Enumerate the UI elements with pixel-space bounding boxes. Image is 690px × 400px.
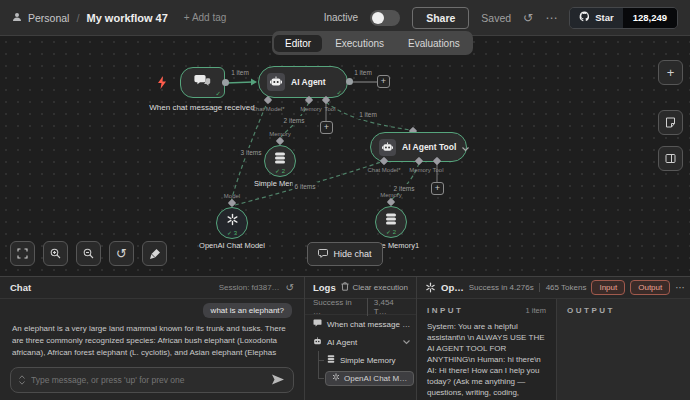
node-when-chat-message-received[interactable]: ✓: [180, 67, 225, 98]
zoom-in-button[interactable]: [43, 241, 68, 266]
assistant-message: An elephant is a very large land mammal …: [12, 323, 294, 358]
prev-next-message-arrows[interactable]: [19, 375, 25, 385]
memory-port-diamond[interactable]: [387, 198, 395, 206]
person-icon: [12, 12, 22, 24]
tab-executions[interactable]: Executions: [324, 35, 395, 52]
send-icon[interactable]: [271, 371, 285, 389]
run-count-badge: ✓ 2: [376, 229, 406, 236]
top-bar-actions: Inactive Share Saved ↺ ⋯ Star 128,249: [324, 7, 678, 29]
port-label: Memory: [300, 105, 322, 113]
tidy-up-button[interactable]: [142, 241, 167, 266]
add-node-endpoint[interactable]: +: [377, 75, 390, 88]
add-node-button[interactable]: +: [658, 60, 683, 85]
star-label: Star: [595, 12, 613, 23]
tab-editor[interactable]: Editor: [274, 35, 322, 52]
toggle-knob: [372, 12, 384, 24]
log-row-simple-memory[interactable]: Simple Memory: [305, 351, 416, 369]
node-success-check: ✓: [337, 89, 342, 96]
logs-header: Logs Clear execution: [305, 277, 416, 299]
chat-bubble-icon: [313, 319, 322, 329]
more-menu-icon[interactable]: ⋯: [675, 282, 685, 294]
trigger-bolt-icon: [157, 75, 167, 93]
database-icon: [385, 211, 397, 229]
chevron-down-icon: [462, 138, 469, 156]
model-port-diamond[interactable]: [228, 199, 236, 207]
edge-label: 2 items: [282, 116, 307, 125]
agent-output-port[interactable]: [346, 78, 353, 85]
robot-tool-icon: [379, 139, 396, 156]
node-success-check: ✓: [216, 90, 221, 97]
node-details-panel: Op… Success in 4.276s 465 Tokens Input O…: [417, 277, 690, 400]
openai-icon: [332, 373, 340, 383]
logs-status: Success in …: [313, 298, 361, 316]
selected-log-row: OpenAI Chat M…: [325, 371, 414, 386]
port-label: Chat Model*: [367, 166, 400, 174]
output-column[interactable]: OUTPUT: [557, 299, 690, 400]
openai-icon: [226, 212, 239, 230]
chat-panel: Chat Session: fd387… ↺ what is an elepha…: [0, 277, 305, 400]
clear-execution-button[interactable]: Clear execution: [341, 282, 408, 293]
input-content: System: You are a helpful assistant\n \n…: [427, 321, 546, 400]
node-name: AI Agent: [291, 77, 326, 87]
output-filter-button[interactable]: Output: [630, 280, 670, 295]
project-name: Personal: [28, 12, 69, 24]
port-label: Memory: [409, 166, 431, 174]
chevron-down-icon[interactable]: [403, 338, 410, 347]
input-header: INPUT: [427, 306, 464, 315]
port-label: Model: [224, 192, 240, 200]
github-star-widget[interactable]: Star 128,249: [569, 7, 678, 29]
add-tool-endpoint[interactable]: +: [431, 182, 444, 195]
robot-icon: [267, 73, 285, 91]
active-toggle[interactable]: [370, 10, 400, 26]
workflow-canvas[interactable]: ✓ When chat message received 1 item AI A…: [0, 36, 690, 276]
node-openai-chat-model[interactable]: ✓ 3: [216, 207, 248, 239]
robot-icon: [313, 337, 322, 348]
details-header: Op… Success in 4.276s 465 Tokens Input O…: [417, 277, 690, 299]
node-ai-agent[interactable]: AI Agent ✓: [258, 66, 348, 98]
github-icon: [579, 11, 590, 24]
edge-label: 6 items: [293, 182, 318, 191]
port-label: Chat Model*: [251, 105, 284, 113]
port-label: Tool: [324, 105, 335, 113]
toggle-panel-button[interactable]: [658, 146, 683, 171]
more-menu-icon[interactable]: ⋯: [545, 12, 557, 24]
input-column[interactable]: INPUT 1 item System: You are a helpful a…: [417, 299, 557, 400]
node-name: AI Agent Tool: [402, 142, 456, 152]
n8n-workflow-editor: Personal / My workflow 47 + Add tag Inac…: [0, 0, 690, 400]
node-simple-memory[interactable]: ✓ 2: [264, 145, 296, 177]
output-header: OUTPUT: [567, 306, 615, 315]
details-status: Success in 4.276s: [469, 283, 534, 292]
edge-label: 1 item: [229, 68, 251, 77]
log-row-trigger[interactable]: When chat message …: [305, 315, 416, 333]
add-tool-endpoint[interactable]: +: [320, 121, 333, 134]
database-icon: [327, 355, 335, 365]
trigger-output-port[interactable]: [222, 79, 229, 86]
hide-chat-label: Hide chat: [333, 249, 371, 259]
chat-input-box[interactable]: [10, 367, 294, 393]
share-button[interactable]: Share: [412, 7, 469, 29]
sticky-note-button[interactable]: [658, 110, 683, 135]
tab-evaluations[interactable]: Evaluations: [397, 35, 471, 52]
star-count: 128,249: [623, 8, 677, 28]
reset-session-icon[interactable]: ↺: [286, 283, 294, 293]
logs-title: Logs: [313, 282, 336, 293]
zoom-out-button[interactable]: [76, 241, 101, 266]
workflow-status-label: Inactive: [324, 12, 358, 23]
logs-summary: Success in … 3,454 T…: [305, 299, 416, 315]
node-simple-memory1[interactable]: ✓ 2: [375, 206, 407, 238]
hide-chat-button[interactable]: Hide chat: [307, 242, 383, 266]
port-label: Memory: [269, 130, 291, 138]
fit-view-button[interactable]: [10, 241, 35, 266]
logs-panel: Logs Clear execution Success in … 3,454 …: [305, 277, 417, 400]
log-row-ai-agent[interactable]: AI Agent: [305, 333, 416, 351]
chat-message-input[interactable]: [31, 375, 265, 385]
breadcrumb-project[interactable]: Personal: [12, 12, 69, 24]
history-icon[interactable]: ↺: [523, 12, 533, 24]
memory-port-diamond[interactable]: [276, 137, 284, 145]
log-row-openai-model[interactable]: OpenAI Chat M…: [305, 369, 416, 387]
add-tag-button[interactable]: + Add tag: [184, 12, 227, 23]
breadcrumb-separator: /: [76, 12, 79, 24]
undo-button[interactable]: ↺: [109, 241, 134, 266]
workflow-title[interactable]: My workflow 47: [87, 12, 168, 24]
input-filter-button[interactable]: Input: [591, 280, 625, 295]
